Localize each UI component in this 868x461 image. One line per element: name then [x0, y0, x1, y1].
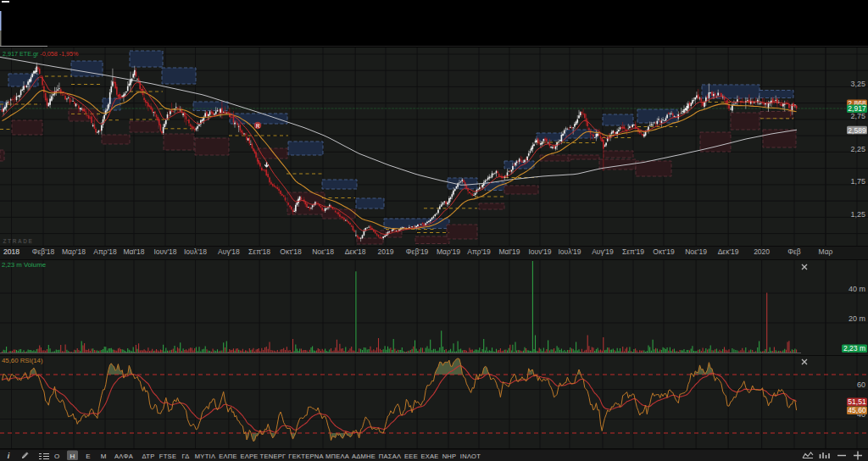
svg-text:3,25: 3,25 [850, 80, 865, 88]
svg-text:ΑΛΦΑ: ΑΛΦΑ [114, 453, 133, 460]
svg-text:ΓΕΚΤΕΡΝΑ: ΓΕΚΤΕΡΝΑ [288, 453, 324, 460]
svg-text:51,51: 51,51 [848, 397, 866, 406]
svg-text:ΠΑΣΑΛ: ΠΑΣΑΛ [379, 453, 402, 460]
svg-text:Μαϊ'19: Μαϊ'19 [498, 247, 520, 256]
svg-text:Ιουν'19: Ιουν'19 [528, 247, 551, 256]
svg-text:ΓΔ: ΓΔ [181, 453, 189, 460]
svg-text:Δεκ'19: Δεκ'19 [718, 247, 739, 256]
svg-text:ΤΕΝΕΡΓ: ΤΕΝΕΡΓ [260, 453, 287, 460]
svg-text:Μαρ: Μαρ [819, 247, 833, 256]
svg-text:2020: 2020 [754, 247, 770, 256]
svg-text:Η: Η [70, 453, 75, 460]
svg-text:Απρ'18: Απρ'18 [93, 247, 117, 256]
svg-text:2,23 m: 2,23 m [843, 344, 865, 353]
svg-text:Νοε'19: Νοε'19 [685, 247, 707, 256]
svg-text:ΕΧΑΕ: ΕΧΑΕ [420, 453, 438, 460]
svg-text:ΜΥΤΙΛ: ΜΥΤΙΛ [195, 453, 215, 460]
svg-text:Ιουν'18: Ιουν'18 [153, 247, 176, 256]
svg-text:Νοε'18: Νοε'18 [312, 247, 334, 256]
svg-text:2,917: 2,917 [848, 104, 866, 113]
svg-text:ZTRADE: ZTRADE [3, 238, 34, 244]
svg-text:Απρ'19: Απρ'19 [467, 247, 491, 256]
svg-text:45,60 RSI(14): 45,60 RSI(14) [2, 357, 43, 364]
svg-text:Μαρ'19: Μαρ'19 [437, 247, 460, 256]
svg-text:2,917 ETE.gr -0,058 -1,95%: 2,917 ETE.gr -0,058 -1,95% [3, 50, 79, 58]
svg-text:Φεβ'19: Φεβ'19 [406, 247, 429, 256]
svg-text:Οκτ'18: Οκτ'18 [280, 247, 302, 256]
svg-text:Μαϊ'18: Μαϊ'18 [124, 247, 145, 256]
svg-text:45,60: 45,60 [848, 406, 866, 414]
svg-text:Μ: Μ [101, 453, 107, 460]
svg-text:20 m: 20 m [849, 314, 865, 323]
svg-text:ΙΝΛΟΤ: ΙΝΛΟΤ [460, 453, 481, 460]
svg-text:Φεβ: Φεβ [787, 247, 801, 256]
svg-text:ΕΛΠΕ: ΕΛΠΕ [219, 453, 237, 460]
svg-text:Ε: Ε [86, 453, 90, 460]
svg-text:Σεπ'19: Σεπ'19 [622, 247, 644, 256]
svg-text:ΕΛΡΕ: ΕΛΡΕ [240, 453, 258, 460]
svg-text:2018: 2018 [3, 247, 19, 256]
svg-text:FTSE: FTSE [159, 453, 176, 460]
svg-text:Φεβ'18: Φεβ'18 [32, 247, 55, 256]
svg-text:ΝΗΡ: ΝΗΡ [442, 453, 457, 460]
svg-text:2,75: 2,75 [850, 112, 865, 120]
svg-text:ΕΕΕ: ΕΕΕ [404, 453, 418, 460]
svg-text:2,589: 2,589 [848, 126, 866, 135]
svg-text:1,75: 1,75 [850, 177, 865, 186]
svg-text:2,25: 2,25 [850, 145, 865, 153]
svg-text:ΜΠΕΛΑ: ΜΠΕΛΑ [326, 453, 349, 460]
svg-text:ΑΔΜΗΕ: ΑΔΜΗΕ [352, 453, 376, 460]
svg-text:60: 60 [857, 380, 865, 389]
svg-text:40 m: 40 m [849, 285, 865, 293]
svg-text:ΔΤΡ: ΔΤΡ [142, 453, 154, 460]
svg-text:Δεκ'18: Δεκ'18 [345, 247, 366, 256]
svg-text:1,25: 1,25 [850, 210, 865, 219]
svg-text:Σεπ'18: Σεπ'18 [248, 247, 270, 256]
svg-text:Ο: Ο [54, 453, 59, 460]
svg-text:R: R [256, 123, 260, 129]
svg-text:2,23 m Volume: 2,23 m Volume [2, 261, 46, 269]
svg-text:Αυγ'19: Αυγ'19 [592, 247, 614, 256]
svg-text:2019: 2019 [378, 247, 394, 256]
svg-text:Ιουλ'19: Ιουλ'19 [558, 247, 581, 256]
svg-text:Αυγ'18: Αυγ'18 [218, 247, 240, 256]
svg-text:Ιουλ'18: Ιουλ'18 [184, 247, 207, 256]
svg-text:Οκτ'19: Οκτ'19 [653, 247, 675, 256]
svg-text:Μαρ'18: Μαρ'18 [62, 247, 86, 256]
